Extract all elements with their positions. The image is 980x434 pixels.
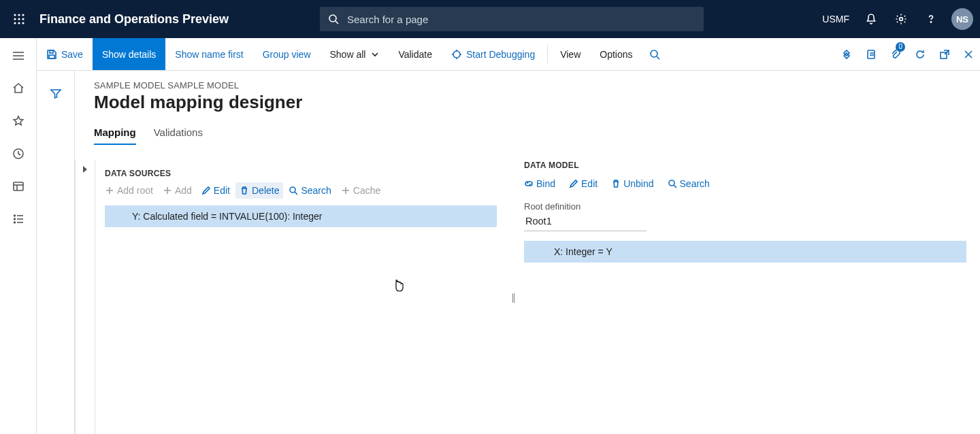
designer-columns: DATA SOURCES Add root Add Edit — [75, 161, 966, 434]
global-search-input[interactable] — [346, 13, 696, 26]
popout-icon — [939, 49, 950, 60]
nav-toggle-button[interactable] — [3, 42, 34, 69]
view-label: View — [560, 49, 581, 60]
hamburger-icon — [12, 51, 24, 61]
svg-point-7 — [18, 22, 20, 24]
page-options-button[interactable] — [859, 38, 883, 70]
notifications-button[interactable] — [858, 5, 885, 33]
question-icon — [925, 13, 937, 25]
tab-mapping[interactable]: Mapping — [94, 122, 136, 145]
svg-point-21 — [14, 218, 15, 220]
waffle-icon — [13, 13, 25, 25]
popout-button[interactable] — [932, 38, 957, 70]
debug-icon — [451, 49, 462, 60]
page-title: Model mapping designer — [94, 92, 966, 113]
pencil-icon — [201, 186, 211, 195]
save-button[interactable]: Save — [37, 38, 93, 70]
svg-rect-26 — [50, 50, 53, 53]
svg-point-9 — [329, 15, 336, 22]
svg-line-34 — [657, 56, 659, 59]
bell-icon — [865, 13, 877, 25]
app-launcher-button[interactable] — [7, 7, 31, 31]
data-sources-title: DATA SOURCES — [105, 169, 497, 178]
dm-search-button[interactable]: Search — [668, 178, 710, 189]
plus-icon — [163, 186, 172, 195]
global-search[interactable] — [320, 7, 704, 31]
separator — [547, 45, 548, 63]
dm-search-label: Search — [680, 178, 710, 189]
show-details-button[interactable]: Show details — [93, 38, 165, 70]
delete-button[interactable]: Delete — [235, 182, 283, 199]
refresh-button[interactable] — [908, 38, 932, 70]
data-model-toolbar: Bind Edit Unbind Search — [524, 178, 966, 189]
work-area: SAMPLE MODEL SAMPLE MODEL Model mapping … — [37, 71, 980, 434]
diamond-icon — [841, 49, 852, 60]
unbind-button[interactable]: Unbind — [611, 178, 653, 189]
start-debugging-label: Start Debugging — [466, 49, 535, 60]
save-label: Save — [61, 49, 83, 60]
dm-edit-button[interactable]: Edit — [569, 178, 598, 189]
nav-home-button[interactable] — [3, 75, 34, 102]
svg-line-51 — [674, 185, 676, 188]
data-sources-toolbar: Add root Add Edit Delete — [105, 185, 497, 196]
data-model-title: DATA MODEL — [524, 161, 966, 170]
save-icon — [46, 49, 57, 60]
bind-label: Bind — [536, 178, 555, 189]
data-source-types-handle[interactable] — [75, 161, 95, 434]
attachments-button[interactable]: 0 — [883, 38, 908, 70]
svg-point-28 — [453, 51, 460, 58]
chevron-down-icon — [371, 50, 379, 59]
company-picker[interactable]: USMF — [817, 5, 855, 33]
ds-search-label: Search — [301, 185, 331, 196]
help-button[interactable] — [917, 5, 945, 33]
add-label: Add — [175, 185, 192, 196]
svg-point-6 — [14, 22, 16, 24]
data-model-row[interactable]: X: Integer = Y — [524, 241, 966, 263]
view-menu[interactable]: View — [551, 38, 590, 70]
group-view-button[interactable]: Group view — [253, 38, 321, 70]
ds-search-button[interactable]: Search — [289, 185, 331, 196]
tab-validations[interactable]: Validations — [154, 122, 203, 145]
find-button[interactable] — [642, 38, 667, 70]
validate-label: Validate — [398, 49, 432, 60]
nav-modules-button[interactable] — [3, 205, 34, 233]
nav-workspaces-button[interactable] — [3, 173, 34, 200]
svg-rect-27 — [49, 55, 54, 59]
close-button[interactable] — [957, 38, 980, 70]
add-button[interactable]: Add — [163, 185, 192, 196]
nav-recent-button[interactable] — [3, 140, 34, 167]
filter-pane — [37, 71, 75, 434]
clock-icon — [12, 148, 24, 160]
settings-button[interactable] — [887, 5, 915, 33]
nav-favorites-button[interactable] — [3, 107, 34, 135]
show-all-label: Show all — [330, 49, 366, 60]
data-source-row[interactable]: Y: Calculated field = INTVALUE(100): Int… — [105, 205, 497, 227]
delete-label: Delete — [252, 185, 279, 196]
search-icon — [328, 14, 339, 24]
trash-icon — [240, 186, 249, 195]
options-menu[interactable]: Options — [590, 38, 642, 70]
edit-label: Edit — [214, 185, 230, 196]
page-icon — [866, 49, 877, 60]
edit-button[interactable]: Edit — [201, 185, 230, 196]
svg-point-46 — [290, 187, 295, 193]
cache-button[interactable]: Cache — [341, 185, 380, 196]
show-all-dropdown[interactable]: Show all — [321, 38, 389, 70]
global-header: Finance and Operations Preview USMF NS — [0, 0, 980, 38]
add-root-button[interactable]: Add root — [105, 185, 153, 196]
splitter[interactable]: ∥ — [504, 161, 521, 434]
personalize-button[interactable] — [834, 38, 859, 70]
bind-button[interactable]: Bind — [524, 178, 555, 189]
plus-icon — [341, 186, 350, 195]
start-debugging-button[interactable]: Start Debugging — [442, 38, 544, 70]
validate-button[interactable]: Validate — [389, 38, 442, 70]
user-avatar[interactable]: NS — [951, 8, 973, 30]
show-name-first-button[interactable]: Show name first — [165, 38, 252, 70]
workspace-icon — [12, 180, 24, 193]
breadcrumb: SAMPLE MODEL SAMPLE MODEL — [94, 80, 966, 90]
svg-line-47 — [295, 192, 297, 195]
root-definition-value[interactable]: Root1 — [524, 213, 647, 231]
list-icon — [12, 213, 24, 225]
search-icon — [289, 186, 298, 195]
filter-button[interactable] — [40, 80, 71, 107]
